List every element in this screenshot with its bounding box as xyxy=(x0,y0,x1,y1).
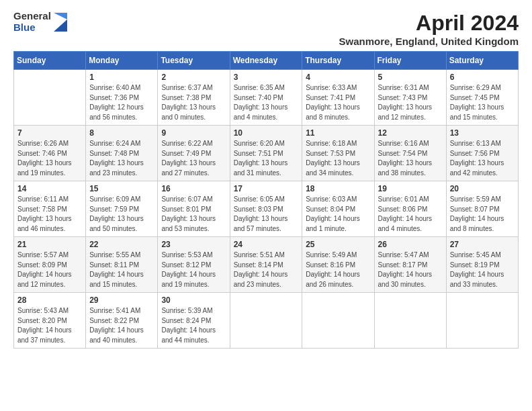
day-info: Sunrise: 6:03 AM Sunset: 8:04 PM Dayligh… xyxy=(306,195,370,234)
calendar-table: SundayMondayTuesdayWednesdayThursdayFrid… xyxy=(13,51,519,349)
day-number: 16 xyxy=(161,184,226,193)
day-number: 3 xyxy=(234,73,299,82)
day-header-saturday: Saturday xyxy=(446,52,518,70)
calendar-cell: 19Sunrise: 6:01 AM Sunset: 8:06 PM Dayli… xyxy=(374,181,446,237)
calendar-cell: 11Sunrise: 6:18 AM Sunset: 7:53 PM Dayli… xyxy=(302,126,374,181)
calendar-cell xyxy=(374,293,446,349)
calendar-cell: 10Sunrise: 6:20 AM Sunset: 7:51 PM Dayli… xyxy=(230,126,302,181)
calendar-cell: 1Sunrise: 6:40 AM Sunset: 7:36 PM Daylig… xyxy=(86,70,158,126)
calendar-cell: 6Sunrise: 6:29 AM Sunset: 7:45 PM Daylig… xyxy=(446,70,518,126)
day-number: 5 xyxy=(378,73,443,82)
calendar-cell: 15Sunrise: 6:09 AM Sunset: 7:59 PM Dayli… xyxy=(86,181,158,237)
calendar-cell: 18Sunrise: 6:03 AM Sunset: 8:04 PM Dayli… xyxy=(302,181,374,237)
day-info: Sunrise: 6:24 AM Sunset: 7:48 PM Dayligh… xyxy=(89,139,154,178)
calendar-cell: 25Sunrise: 5:49 AM Sunset: 8:16 PM Dayli… xyxy=(302,237,374,293)
logo-blue-text: Blue xyxy=(13,22,51,34)
calendar-week-4: 21Sunrise: 5:57 AM Sunset: 8:09 PM Dayli… xyxy=(14,237,519,293)
calendar-cell: 7Sunrise: 6:26 AM Sunset: 7:46 PM Daylig… xyxy=(14,126,86,181)
calendar-week-3: 14Sunrise: 6:11 AM Sunset: 7:58 PM Dayli… xyxy=(14,181,519,237)
day-header-sunday: Sunday xyxy=(14,52,86,70)
day-info: Sunrise: 5:57 AM Sunset: 8:09 PM Dayligh… xyxy=(17,250,82,289)
day-number: 28 xyxy=(17,295,82,305)
calendar-week-2: 7Sunrise: 6:26 AM Sunset: 7:46 PM Daylig… xyxy=(14,126,519,181)
title-block: April 2024 Swanmore, England, United Kin… xyxy=(339,11,519,47)
day-info: Sunrise: 5:47 AM Sunset: 8:17 PM Dayligh… xyxy=(378,250,443,289)
day-info: Sunrise: 6:01 AM Sunset: 8:06 PM Dayligh… xyxy=(378,195,443,234)
calendar-cell: 17Sunrise: 6:05 AM Sunset: 8:03 PM Dayli… xyxy=(230,181,302,237)
day-number: 17 xyxy=(234,184,299,193)
day-number: 30 xyxy=(161,295,226,305)
day-number: 25 xyxy=(306,240,370,249)
day-number: 22 xyxy=(89,240,154,249)
day-info: Sunrise: 6:16 AM Sunset: 7:54 PM Dayligh… xyxy=(378,139,443,178)
calendar-cell: 3Sunrise: 6:35 AM Sunset: 7:40 PM Daylig… xyxy=(230,70,302,126)
calendar-cell: 30Sunrise: 5:39 AM Sunset: 8:24 PM Dayli… xyxy=(158,293,230,349)
day-number: 18 xyxy=(306,184,370,193)
day-info: Sunrise: 6:29 AM Sunset: 7:45 PM Dayligh… xyxy=(450,83,515,122)
day-number: 13 xyxy=(450,128,515,138)
calendar-cell: 29Sunrise: 5:41 AM Sunset: 8:22 PM Dayli… xyxy=(86,293,158,349)
calendar-cell: 21Sunrise: 5:57 AM Sunset: 8:09 PM Dayli… xyxy=(14,237,86,293)
calendar-week-5: 28Sunrise: 5:43 AM Sunset: 8:20 PM Dayli… xyxy=(14,293,519,349)
calendar-week-1: 1Sunrise: 6:40 AM Sunset: 7:36 PM Daylig… xyxy=(14,70,519,126)
day-header-tuesday: Tuesday xyxy=(158,52,230,70)
logo: General Blue xyxy=(13,11,67,33)
day-number: 14 xyxy=(17,184,82,193)
day-info: Sunrise: 6:37 AM Sunset: 7:38 PM Dayligh… xyxy=(161,83,226,122)
day-header-monday: Monday xyxy=(86,52,158,70)
calendar-cell xyxy=(302,293,374,349)
day-number: 8 xyxy=(89,128,154,138)
day-info: Sunrise: 6:26 AM Sunset: 7:46 PM Dayligh… xyxy=(17,139,82,178)
day-info: Sunrise: 5:55 AM Sunset: 8:11 PM Dayligh… xyxy=(89,250,154,289)
calendar-cell xyxy=(230,293,302,349)
day-number: 12 xyxy=(378,128,443,138)
page-header: General Blue April 2024 Swanmore, Englan… xyxy=(13,11,519,47)
svg-marker-1 xyxy=(54,13,67,19)
calendar-cell: 2Sunrise: 6:37 AM Sunset: 7:38 PM Daylig… xyxy=(158,70,230,126)
day-info: Sunrise: 5:49 AM Sunset: 8:16 PM Dayligh… xyxy=(306,250,370,289)
day-number: 26 xyxy=(378,240,443,249)
day-info: Sunrise: 6:13 AM Sunset: 7:56 PM Dayligh… xyxy=(450,139,515,178)
day-info: Sunrise: 6:11 AM Sunset: 7:58 PM Dayligh… xyxy=(17,195,82,234)
day-info: Sunrise: 6:22 AM Sunset: 7:49 PM Dayligh… xyxy=(161,139,226,178)
calendar-cell: 22Sunrise: 5:55 AM Sunset: 8:11 PM Dayli… xyxy=(86,237,158,293)
calendar-cell: 13Sunrise: 6:13 AM Sunset: 7:56 PM Dayli… xyxy=(446,126,518,181)
day-info: Sunrise: 6:05 AM Sunset: 8:03 PM Dayligh… xyxy=(234,195,299,234)
day-header-thursday: Thursday xyxy=(302,52,374,70)
day-info: Sunrise: 6:35 AM Sunset: 7:40 PM Dayligh… xyxy=(234,83,299,122)
day-header-friday: Friday xyxy=(374,52,446,70)
day-number: 2 xyxy=(161,73,226,82)
day-info: Sunrise: 6:20 AM Sunset: 7:51 PM Dayligh… xyxy=(234,139,299,178)
svg-marker-0 xyxy=(54,19,67,32)
calendar-cell: 5Sunrise: 6:31 AM Sunset: 7:43 PM Daylig… xyxy=(374,70,446,126)
calendar-cell: 4Sunrise: 6:33 AM Sunset: 7:41 PM Daylig… xyxy=(302,70,374,126)
day-info: Sunrise: 6:40 AM Sunset: 7:36 PM Dayligh… xyxy=(89,83,154,122)
day-info: Sunrise: 6:18 AM Sunset: 7:53 PM Dayligh… xyxy=(306,139,370,178)
day-info: Sunrise: 5:41 AM Sunset: 8:22 PM Dayligh… xyxy=(89,306,154,345)
calendar-cell xyxy=(14,70,86,126)
day-header-wednesday: Wednesday xyxy=(230,52,302,70)
calendar-cell: 26Sunrise: 5:47 AM Sunset: 8:17 PM Dayli… xyxy=(374,237,446,293)
calendar-cell: 28Sunrise: 5:43 AM Sunset: 8:20 PM Dayli… xyxy=(14,293,86,349)
day-info: Sunrise: 6:33 AM Sunset: 7:41 PM Dayligh… xyxy=(306,83,370,122)
calendar-cell: 14Sunrise: 6:11 AM Sunset: 7:58 PM Dayli… xyxy=(14,181,86,237)
day-number: 9 xyxy=(161,128,226,138)
day-number: 24 xyxy=(234,240,299,249)
logo-general-text: General xyxy=(13,11,51,22)
day-info: Sunrise: 5:53 AM Sunset: 8:12 PM Dayligh… xyxy=(161,250,226,289)
day-number: 7 xyxy=(17,128,82,138)
day-number: 29 xyxy=(89,295,154,305)
month-title: April 2024 xyxy=(339,11,519,36)
logo-icon xyxy=(54,13,67,32)
calendar-cell: 16Sunrise: 6:07 AM Sunset: 8:01 PM Dayli… xyxy=(158,181,230,237)
day-number: 27 xyxy=(450,240,515,249)
day-number: 1 xyxy=(89,73,154,82)
calendar-cell: 23Sunrise: 5:53 AM Sunset: 8:12 PM Dayli… xyxy=(158,237,230,293)
calendar-cell: 12Sunrise: 6:16 AM Sunset: 7:54 PM Dayli… xyxy=(374,126,446,181)
day-info: Sunrise: 6:09 AM Sunset: 7:59 PM Dayligh… xyxy=(89,195,154,234)
day-info: Sunrise: 5:39 AM Sunset: 8:24 PM Dayligh… xyxy=(161,306,226,345)
day-number: 23 xyxy=(161,240,226,249)
day-info: Sunrise: 5:45 AM Sunset: 8:19 PM Dayligh… xyxy=(450,250,515,289)
day-number: 21 xyxy=(17,240,82,249)
day-number: 19 xyxy=(378,184,443,193)
